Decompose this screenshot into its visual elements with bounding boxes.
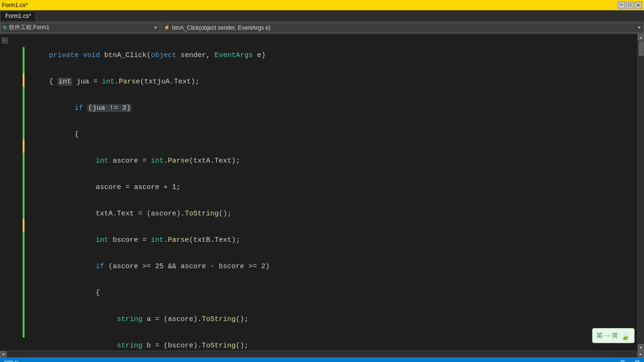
code-area: ─ <box>0 34 644 351</box>
class-dropdown[interactable]: ⚙ 软件工程.Form1 ▼ <box>0 23 160 33</box>
method-icon: ⚡ <box>164 25 170 31</box>
method-label: btnA_Click(object sender, EventArgs e) <box>172 25 271 31</box>
title-text: Form1.cs* <box>2 2 28 8</box>
zoom-label: 200 % <box>4 360 20 362</box>
code-content[interactable]: private void btnA_Click(object sender, E… <box>28 34 637 351</box>
bottom-scroll-track <box>7 351 637 357</box>
close-button[interactable]: ✕ <box>635 1 642 9</box>
tab-label: Form1.cs* <box>5 13 31 19</box>
scrollbar-thumb[interactable] <box>639 41 644 56</box>
class-label: 软件工程.Form1 <box>9 24 50 32</box>
ime-label: 英·→·简 <box>596 331 618 340</box>
scroll-left-button[interactable]: ◄ <box>0 351 7 358</box>
scroll-up-button[interactable]: ▲ <box>638 34 644 41</box>
scrollbar-track <box>638 41 644 344</box>
tab-bar: Form1.cs* <box>0 10 644 22</box>
tab-form1cs[interactable]: Form1.cs* <box>0 11 36 21</box>
class-icon: ⚙ <box>2 25 7 31</box>
method-bar: ⚙ 软件工程.Form1 ▼ ⚡ btnA_Click(object sende… <box>0 22 644 34</box>
ime-leaf-icon: 🍃 <box>620 330 630 341</box>
method-arrow-icon: ▼ <box>637 25 642 30</box>
ime-indicator: 英·→·简 🍃 <box>592 328 635 343</box>
maximize-button[interactable]: □ <box>626 1 634 9</box>
scroll-right-button[interactable]: ► <box>637 351 644 358</box>
title-bar: Form1.cs* ─ □ ✕ <box>0 0 644 10</box>
scrollbar-right: ▲ ▼ <box>637 34 644 351</box>
left-margin: ─ <box>0 34 28 351</box>
scroll-down-button[interactable]: ▼ <box>638 344 644 351</box>
minimize-button[interactable]: ─ <box>618 1 625 9</box>
collapse-button[interactable]: ─ <box>2 38 8 43</box>
status-bar: 200 % 英·→·简 <box>0 357 644 362</box>
bottom-scroll: ◄ ► <box>0 351 644 357</box>
class-arrow-icon: ▼ <box>153 25 158 30</box>
language-indicator: 英·→·简 <box>620 359 640 362</box>
method-dropdown[interactable]: ⚡ btnA_Click(object sender, EventArgs e)… <box>161 23 644 33</box>
